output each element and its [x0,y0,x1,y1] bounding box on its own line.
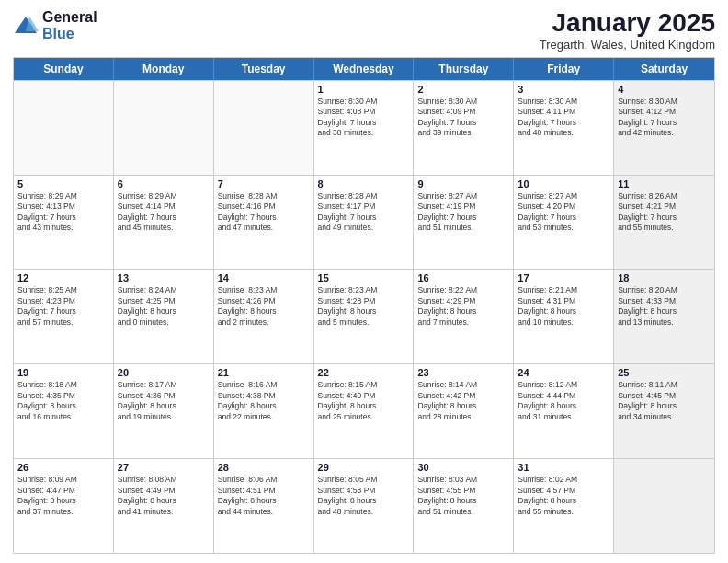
cell-text: Sunrise: 8:20 AM Sunset: 4:33 PM Dayligh… [618,285,711,327]
weekday-header: Sunday [14,58,114,80]
cell-text: Sunrise: 8:30 AM Sunset: 4:09 PM Dayligh… [417,97,509,139]
calendar-cell: 3Sunrise: 8:30 AM Sunset: 4:11 PM Daylig… [514,81,614,175]
calendar-cell: 26Sunrise: 8:09 AM Sunset: 4:47 PM Dayli… [14,459,114,553]
cell-text: Sunrise: 8:06 AM Sunset: 4:51 PM Dayligh… [218,475,310,517]
day-number: 20 [118,367,210,378]
calendar-cell: 16Sunrise: 8:22 AM Sunset: 4:29 PM Dayli… [414,270,514,363]
logo-text: General Blue [42,9,97,41]
cell-text: Sunrise: 8:11 AM Sunset: 4:45 PM Dayligh… [618,380,711,422]
day-number: 7 [218,178,310,190]
day-number: 13 [118,272,210,283]
calendar-cell: 7Sunrise: 8:28 AM Sunset: 4:16 PM Daylig… [214,176,314,270]
day-number: 28 [218,462,310,473]
cell-text: Sunrise: 8:18 AM Sunset: 4:35 PM Dayligh… [17,380,109,422]
day-number: 18 [618,272,711,283]
calendar-cell: 10Sunrise: 8:27 AM Sunset: 4:20 PM Dayli… [514,176,614,270]
cell-text: Sunrise: 8:02 AM Sunset: 4:57 PM Dayligh… [518,475,609,517]
day-number: 19 [17,367,109,378]
logo: General Blue [13,9,97,41]
cell-text: Sunrise: 8:27 AM Sunset: 4:19 PM Dayligh… [417,191,509,234]
calendar-cell: 4Sunrise: 8:30 AM Sunset: 4:12 PM Daylig… [614,81,714,175]
day-number: 27 [118,462,210,473]
calendar-cell: 28Sunrise: 8:06 AM Sunset: 4:51 PM Dayli… [214,459,314,553]
day-number: 15 [318,272,410,283]
calendar-cell: 1Sunrise: 8:30 AM Sunset: 4:08 PM Daylig… [314,81,415,175]
svg-marker-1 [26,17,39,31]
title-area: January 2025 Tregarth, Wales, United Kin… [540,9,715,52]
day-number: 25 [618,367,711,378]
day-number: 23 [417,367,509,378]
calendar-cell [614,459,714,553]
day-number: 16 [417,272,509,283]
calendar-body: 1Sunrise: 8:30 AM Sunset: 4:08 PM Daylig… [14,80,714,553]
day-number: 29 [318,462,410,473]
calendar-cell: 11Sunrise: 8:26 AM Sunset: 4:21 PM Dayli… [614,176,714,270]
calendar-cell: 25Sunrise: 8:11 AM Sunset: 4:45 PM Dayli… [614,364,714,458]
day-number: 9 [417,178,509,190]
day-number: 3 [518,84,609,95]
day-number: 24 [518,367,609,378]
calendar-cell: 30Sunrise: 8:03 AM Sunset: 4:55 PM Dayli… [414,459,514,553]
calendar-cell: 17Sunrise: 8:21 AM Sunset: 4:31 PM Dayli… [514,270,614,363]
cell-text: Sunrise: 8:28 AM Sunset: 4:17 PM Dayligh… [318,191,410,234]
calendar-row: 26Sunrise: 8:09 AM Sunset: 4:47 PM Dayli… [14,458,714,553]
weekday-header: Thursday [414,58,514,80]
calendar-cell: 19Sunrise: 8:18 AM Sunset: 4:35 PM Dayli… [14,364,114,458]
calendar-cell [214,81,314,175]
calendar-cell: 5Sunrise: 8:29 AM Sunset: 4:13 PM Daylig… [14,176,114,270]
cell-text: Sunrise: 8:29 AM Sunset: 4:13 PM Dayligh… [17,191,109,234]
cell-text: Sunrise: 8:17 AM Sunset: 4:36 PM Dayligh… [118,380,210,422]
calendar-cell [14,81,114,175]
cell-text: Sunrise: 8:25 AM Sunset: 4:23 PM Dayligh… [17,285,109,327]
cell-text: Sunrise: 8:29 AM Sunset: 4:14 PM Dayligh… [118,191,210,234]
weekday-header: Monday [114,58,214,80]
calendar-cell: 2Sunrise: 8:30 AM Sunset: 4:09 PM Daylig… [414,81,514,175]
day-number: 30 [417,462,509,473]
calendar-header: SundayMondayTuesdayWednesdayThursdayFrid… [14,58,714,80]
cell-text: Sunrise: 8:05 AM Sunset: 4:53 PM Dayligh… [318,475,410,517]
day-number: 14 [218,272,310,283]
calendar-cell [114,81,214,175]
logo-blue: Blue [42,26,97,42]
day-number: 26 [17,462,109,473]
calendar-row: 19Sunrise: 8:18 AM Sunset: 4:35 PM Dayli… [14,363,714,458]
cell-text: Sunrise: 8:23 AM Sunset: 4:28 PM Dayligh… [318,285,410,327]
calendar-row: 12Sunrise: 8:25 AM Sunset: 4:23 PM Dayli… [14,269,714,363]
weekday-header: Saturday [614,58,714,80]
location: Tregarth, Wales, United Kingdom [540,38,715,52]
day-number: 5 [17,178,109,190]
cell-text: Sunrise: 8:14 AM Sunset: 4:42 PM Dayligh… [417,380,509,422]
day-number: 4 [618,84,711,95]
page: General Blue January 2025 Tregarth, Wale… [0,0,728,563]
cell-text: Sunrise: 8:26 AM Sunset: 4:21 PM Dayligh… [618,191,711,234]
cell-text: Sunrise: 8:30 AM Sunset: 4:08 PM Dayligh… [318,97,410,139]
calendar: SundayMondayTuesdayWednesdayThursdayFrid… [13,57,715,554]
cell-text: Sunrise: 8:03 AM Sunset: 4:55 PM Dayligh… [417,475,509,517]
cell-text: Sunrise: 8:23 AM Sunset: 4:26 PM Dayligh… [218,285,310,327]
cell-text: Sunrise: 8:16 AM Sunset: 4:38 PM Dayligh… [218,380,310,422]
logo-icon [13,13,39,39]
calendar-cell: 29Sunrise: 8:05 AM Sunset: 4:53 PM Dayli… [314,459,415,553]
calendar-cell: 21Sunrise: 8:16 AM Sunset: 4:38 PM Dayli… [214,364,314,458]
calendar-cell: 27Sunrise: 8:08 AM Sunset: 4:49 PM Dayli… [114,459,214,553]
day-number: 8 [318,178,410,190]
calendar-cell: 31Sunrise: 8:02 AM Sunset: 4:57 PM Dayli… [514,459,614,553]
calendar-cell: 6Sunrise: 8:29 AM Sunset: 4:14 PM Daylig… [114,176,214,270]
weekday-header: Friday [514,58,614,80]
calendar-cell: 18Sunrise: 8:20 AM Sunset: 4:33 PM Dayli… [614,270,714,363]
cell-text: Sunrise: 8:30 AM Sunset: 4:12 PM Dayligh… [618,97,711,139]
day-number: 17 [518,272,609,283]
calendar-cell: 12Sunrise: 8:25 AM Sunset: 4:23 PM Dayli… [14,270,114,363]
day-number: 21 [218,367,310,378]
weekday-header: Tuesday [214,58,314,80]
cell-text: Sunrise: 8:09 AM Sunset: 4:47 PM Dayligh… [17,475,109,517]
calendar-row: 1Sunrise: 8:30 AM Sunset: 4:08 PM Daylig… [14,80,714,175]
calendar-row: 5Sunrise: 8:29 AM Sunset: 4:13 PM Daylig… [14,175,714,270]
weekday-header: Wednesday [314,58,415,80]
day-number: 11 [618,178,711,190]
day-number: 6 [118,178,210,190]
calendar-cell: 24Sunrise: 8:12 AM Sunset: 4:44 PM Dayli… [514,364,614,458]
cell-text: Sunrise: 8:28 AM Sunset: 4:16 PM Dayligh… [218,191,310,234]
day-number: 2 [417,84,509,95]
cell-text: Sunrise: 8:08 AM Sunset: 4:49 PM Dayligh… [118,475,210,517]
